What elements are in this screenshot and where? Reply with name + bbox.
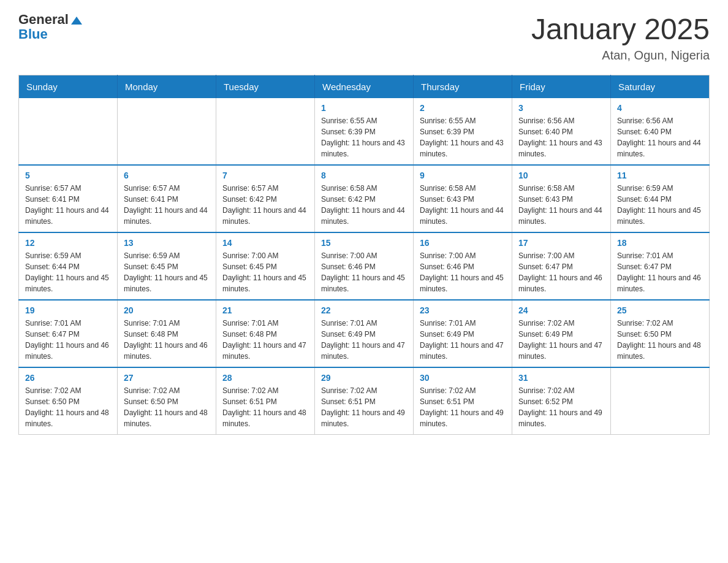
title-section: January 2025 Atan, Ogun, Nigeria xyxy=(531,12,710,63)
day-number: 24 xyxy=(518,305,604,315)
table-row xyxy=(19,98,118,165)
day-number: 6 xyxy=(124,170,210,180)
day-number: 10 xyxy=(518,170,604,180)
table-row: 7Sunrise: 6:57 AM Sunset: 6:42 PM Daylig… xyxy=(216,165,315,232)
table-row: 12Sunrise: 6:59 AM Sunset: 6:44 PM Dayli… xyxy=(19,232,118,300)
day-number: 13 xyxy=(124,238,210,248)
day-number: 27 xyxy=(124,373,210,383)
calendar-header-row: Sunday Monday Tuesday Wednesday Thursday… xyxy=(19,75,710,99)
table-row: 18Sunrise: 7:01 AM Sunset: 6:47 PM Dayli… xyxy=(611,232,710,300)
table-row: 16Sunrise: 7:00 AM Sunset: 6:46 PM Dayli… xyxy=(414,232,512,300)
day-number: 8 xyxy=(321,170,407,180)
logo-general-text: General xyxy=(18,12,82,27)
col-saturday: Saturday xyxy=(611,75,710,99)
day-info: Sunrise: 7:02 AM Sunset: 6:50 PM Dayligh… xyxy=(617,318,703,362)
day-number: 22 xyxy=(321,305,407,315)
day-info: Sunrise: 6:55 AM Sunset: 6:39 PM Dayligh… xyxy=(420,115,506,159)
day-info: Sunrise: 7:02 AM Sunset: 6:50 PM Dayligh… xyxy=(25,385,111,429)
day-number: 23 xyxy=(420,305,506,315)
day-info: Sunrise: 7:00 AM Sunset: 6:45 PM Dayligh… xyxy=(222,250,308,294)
col-friday: Friday xyxy=(512,75,611,99)
day-info: Sunrise: 7:01 AM Sunset: 6:47 PM Dayligh… xyxy=(617,250,703,294)
col-sunday: Sunday xyxy=(19,75,118,99)
day-number: 17 xyxy=(518,238,604,248)
day-number: 20 xyxy=(124,305,210,315)
table-row: 17Sunrise: 7:00 AM Sunset: 6:47 PM Dayli… xyxy=(512,232,611,300)
day-info: Sunrise: 6:57 AM Sunset: 6:41 PM Dayligh… xyxy=(25,183,111,227)
table-row: 13Sunrise: 6:59 AM Sunset: 6:45 PM Dayli… xyxy=(118,232,216,300)
table-row xyxy=(216,98,315,165)
calendar-table: Sunday Monday Tuesday Wednesday Thursday… xyxy=(18,75,710,435)
location-title: Atan, Ogun, Nigeria xyxy=(531,48,710,63)
day-number: 29 xyxy=(321,373,407,383)
table-row xyxy=(118,98,216,165)
day-info: Sunrise: 6:55 AM Sunset: 6:39 PM Dayligh… xyxy=(321,115,407,159)
table-row: 29Sunrise: 7:02 AM Sunset: 6:51 PM Dayli… xyxy=(315,367,414,435)
table-row: 15Sunrise: 7:00 AM Sunset: 6:46 PM Dayli… xyxy=(315,232,414,300)
calendar-week-row: 5Sunrise: 6:57 AM Sunset: 6:41 PM Daylig… xyxy=(19,165,710,232)
table-row: 1Sunrise: 6:55 AM Sunset: 6:39 PM Daylig… xyxy=(315,98,414,165)
table-row: 27Sunrise: 7:02 AM Sunset: 6:50 PM Dayli… xyxy=(118,367,216,435)
day-info: Sunrise: 7:02 AM Sunset: 6:51 PM Dayligh… xyxy=(420,385,506,429)
day-info: Sunrise: 7:02 AM Sunset: 6:51 PM Dayligh… xyxy=(222,385,308,429)
table-row: 25Sunrise: 7:02 AM Sunset: 6:50 PM Dayli… xyxy=(611,300,710,367)
day-info: Sunrise: 6:57 AM Sunset: 6:41 PM Dayligh… xyxy=(124,183,210,227)
day-number: 11 xyxy=(617,170,703,180)
table-row: 2Sunrise: 6:55 AM Sunset: 6:39 PM Daylig… xyxy=(414,98,512,165)
month-title: January 2025 xyxy=(531,12,710,46)
logo-triangle-icon xyxy=(71,17,82,25)
table-row: 23Sunrise: 7:01 AM Sunset: 6:49 PM Dayli… xyxy=(414,300,512,367)
day-info: Sunrise: 6:56 AM Sunset: 6:40 PM Dayligh… xyxy=(617,115,703,159)
day-number: 18 xyxy=(617,238,703,248)
table-row: 10Sunrise: 6:58 AM Sunset: 6:43 PM Dayli… xyxy=(512,165,611,232)
page-header: General Blue January 2025 Atan, Ogun, Ni… xyxy=(18,12,710,63)
table-row: 28Sunrise: 7:02 AM Sunset: 6:51 PM Dayli… xyxy=(216,367,315,435)
table-row: 26Sunrise: 7:02 AM Sunset: 6:50 PM Dayli… xyxy=(19,367,118,435)
logo-blue-text: Blue xyxy=(18,27,48,42)
day-number: 16 xyxy=(420,238,506,248)
logo: General Blue xyxy=(18,12,82,42)
table-row: 6Sunrise: 6:57 AM Sunset: 6:41 PM Daylig… xyxy=(118,165,216,232)
calendar-week-row: 26Sunrise: 7:02 AM Sunset: 6:50 PM Dayli… xyxy=(19,367,710,435)
day-info: Sunrise: 6:59 AM Sunset: 6:44 PM Dayligh… xyxy=(25,250,111,294)
col-tuesday: Tuesday xyxy=(216,75,315,99)
day-info: Sunrise: 6:58 AM Sunset: 6:43 PM Dayligh… xyxy=(518,183,604,227)
day-number: 4 xyxy=(617,103,703,113)
table-row: 4Sunrise: 6:56 AM Sunset: 6:40 PM Daylig… xyxy=(611,98,710,165)
table-row: 21Sunrise: 7:01 AM Sunset: 6:48 PM Dayli… xyxy=(216,300,315,367)
day-number: 7 xyxy=(222,170,308,180)
table-row: 9Sunrise: 6:58 AM Sunset: 6:43 PM Daylig… xyxy=(414,165,512,232)
day-info: Sunrise: 6:58 AM Sunset: 6:43 PM Dayligh… xyxy=(420,183,506,227)
day-info: Sunrise: 7:02 AM Sunset: 6:52 PM Dayligh… xyxy=(518,385,604,429)
table-row xyxy=(611,367,710,435)
table-row: 8Sunrise: 6:58 AM Sunset: 6:42 PM Daylig… xyxy=(315,165,414,232)
col-monday: Monday xyxy=(118,75,216,99)
day-info: Sunrise: 7:00 AM Sunset: 6:47 PM Dayligh… xyxy=(518,250,604,294)
table-row: 5Sunrise: 6:57 AM Sunset: 6:41 PM Daylig… xyxy=(19,165,118,232)
day-info: Sunrise: 6:58 AM Sunset: 6:42 PM Dayligh… xyxy=(321,183,407,227)
day-number: 21 xyxy=(222,305,308,315)
day-number: 26 xyxy=(25,373,111,383)
calendar-week-row: 19Sunrise: 7:01 AM Sunset: 6:47 PM Dayli… xyxy=(19,300,710,367)
col-wednesday: Wednesday xyxy=(315,75,414,99)
day-number: 28 xyxy=(222,373,308,383)
calendar-week-row: 1Sunrise: 6:55 AM Sunset: 6:39 PM Daylig… xyxy=(19,98,710,165)
day-number: 14 xyxy=(222,238,308,248)
table-row: 24Sunrise: 7:02 AM Sunset: 6:49 PM Dayli… xyxy=(512,300,611,367)
day-number: 31 xyxy=(518,373,604,383)
day-info: Sunrise: 7:01 AM Sunset: 6:49 PM Dayligh… xyxy=(321,318,407,362)
table-row: 11Sunrise: 6:59 AM Sunset: 6:44 PM Dayli… xyxy=(611,165,710,232)
day-info: Sunrise: 6:59 AM Sunset: 6:45 PM Dayligh… xyxy=(124,250,210,294)
table-row: 3Sunrise: 6:56 AM Sunset: 6:40 PM Daylig… xyxy=(512,98,611,165)
day-info: Sunrise: 7:01 AM Sunset: 6:47 PM Dayligh… xyxy=(25,318,111,362)
day-info: Sunrise: 7:01 AM Sunset: 6:49 PM Dayligh… xyxy=(420,318,506,362)
day-number: 30 xyxy=(420,373,506,383)
col-thursday: Thursday xyxy=(414,75,512,99)
day-number: 2 xyxy=(420,103,506,113)
table-row: 31Sunrise: 7:02 AM Sunset: 6:52 PM Dayli… xyxy=(512,367,611,435)
day-info: Sunrise: 7:00 AM Sunset: 6:46 PM Dayligh… xyxy=(321,250,407,294)
day-number: 12 xyxy=(25,238,111,248)
day-info: Sunrise: 6:59 AM Sunset: 6:44 PM Dayligh… xyxy=(617,183,703,227)
day-info: Sunrise: 7:01 AM Sunset: 6:48 PM Dayligh… xyxy=(222,318,308,362)
day-info: Sunrise: 6:57 AM Sunset: 6:42 PM Dayligh… xyxy=(222,183,308,227)
